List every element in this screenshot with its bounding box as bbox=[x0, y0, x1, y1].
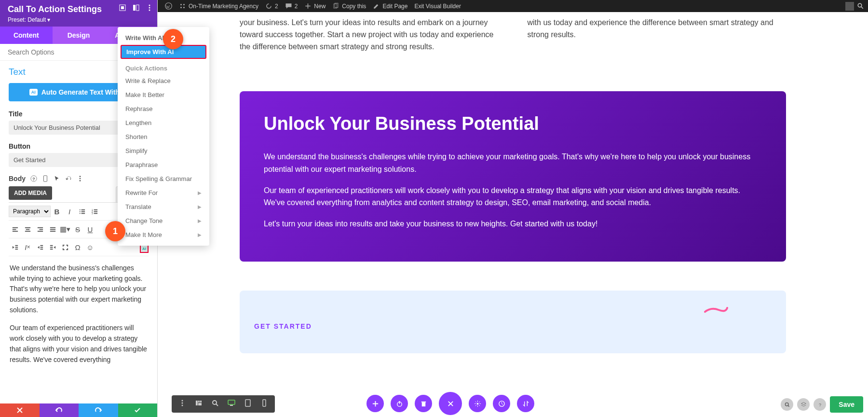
collapse-icon[interactable] bbox=[132, 4, 140, 12]
dd-paraphrase[interactable]: Paraphrase bbox=[118, 158, 209, 172]
svg-point-56 bbox=[182, 405, 183, 406]
exit-vb-link[interactable]: Exit Visual Builder bbox=[411, 0, 464, 12]
svg-rect-10 bbox=[133, 5, 136, 11]
svg-rect-43 bbox=[50, 229, 55, 230]
dd-shorten[interactable]: Shorten bbox=[118, 130, 209, 144]
comments-count[interactable]: 2 bbox=[282, 0, 301, 12]
close-button[interactable] bbox=[439, 392, 462, 415]
table-icon[interactable]: ▦▾ bbox=[59, 223, 71, 236]
svg-rect-51 bbox=[50, 245, 53, 246]
svg-rect-49 bbox=[40, 247, 43, 248]
tab-design[interactable]: Design bbox=[53, 27, 105, 44]
preset-selector[interactable]: Preset: Default ▾ bbox=[8, 16, 149, 23]
new-link[interactable]: New bbox=[301, 0, 329, 12]
edit-page-link[interactable]: Edit Page bbox=[369, 0, 411, 12]
help-icon[interactable]: ? bbox=[30, 175, 37, 182]
get-started-label[interactable]: GET STARTED bbox=[254, 322, 772, 330]
svg-rect-65 bbox=[263, 400, 266, 406]
svg-point-19 bbox=[80, 178, 81, 180]
panel-header: Call To Action Settings Preset: Default … bbox=[0, 0, 157, 27]
site-name[interactable]: On-Time Marketing Agency bbox=[176, 0, 262, 12]
italic-icon[interactable]: I bbox=[63, 205, 76, 218]
dd-write-replace[interactable]: Write & Replace bbox=[118, 74, 209, 88]
dd-rewrite-for[interactable]: Rewrite For▶ bbox=[118, 186, 209, 200]
question-grey-icon[interactable]: ? bbox=[814, 398, 826, 411]
dd-translate[interactable]: Translate▶ bbox=[118, 200, 209, 214]
cta-module[interactable]: Unlock Your Business Potential We unders… bbox=[240, 91, 786, 262]
snap-icon[interactable] bbox=[119, 4, 126, 12]
settings-button[interactable] bbox=[469, 395, 486, 412]
mobile-icon[interactable] bbox=[42, 175, 49, 182]
align-justify-icon[interactable] bbox=[46, 223, 59, 236]
history-button[interactable] bbox=[493, 395, 510, 412]
save-button[interactable]: Save bbox=[830, 396, 863, 413]
svg-text:3: 3 bbox=[91, 212, 93, 215]
refresh-count[interactable]: 2 bbox=[262, 0, 282, 12]
svg-rect-30 bbox=[94, 211, 97, 212]
align-center-icon[interactable] bbox=[21, 223, 34, 236]
svg-point-2 bbox=[183, 4, 185, 5]
undo-button[interactable] bbox=[40, 403, 79, 417]
kebab-icon[interactable] bbox=[77, 175, 83, 182]
svg-point-18 bbox=[80, 176, 81, 177]
wireframe-icon[interactable] bbox=[193, 398, 204, 410]
underline-icon[interactable]: U bbox=[84, 223, 96, 236]
undo-icon[interactable] bbox=[65, 175, 72, 182]
cancel-button[interactable] bbox=[0, 403, 40, 417]
outdent-icon[interactable] bbox=[9, 241, 21, 253]
redo-button[interactable] bbox=[79, 403, 118, 417]
fullscreen-icon[interactable] bbox=[59, 241, 71, 253]
dd-change-tone[interactable]: Change Tone▶ bbox=[118, 214, 209, 228]
zoom-icon[interactable] bbox=[209, 398, 221, 410]
cta-p3: Let's turn your ideas into results and t… bbox=[264, 218, 762, 230]
dd-simplify[interactable]: Simplify bbox=[118, 144, 209, 158]
omega-icon[interactable]: Ω bbox=[71, 241, 84, 253]
align-right-icon[interactable] bbox=[34, 223, 46, 236]
svg-point-54 bbox=[182, 400, 183, 402]
tablet-icon[interactable] bbox=[242, 398, 254, 410]
dd-make-better[interactable]: Make It Better bbox=[118, 88, 209, 102]
cursor-icon[interactable] bbox=[54, 175, 60, 182]
more-icon[interactable] bbox=[146, 4, 153, 12]
panel-footer bbox=[0, 403, 157, 417]
format-select[interactable]: Paragraph bbox=[9, 206, 51, 217]
cta-p2: Our team of experienced practitioners wi… bbox=[264, 184, 762, 209]
copy-link[interactable]: Copy this bbox=[329, 0, 369, 12]
svg-point-25 bbox=[79, 213, 80, 214]
emoji-icon[interactable]: ☺ bbox=[84, 241, 96, 253]
svg-rect-48 bbox=[40, 245, 43, 246]
dd-lengthen[interactable]: Lengthen bbox=[118, 116, 209, 130]
ol-icon[interactable]: 123 bbox=[88, 205, 101, 218]
dd-rephrase[interactable]: Rephrase bbox=[118, 102, 209, 116]
dd-improve[interactable]: Improve With AI bbox=[121, 45, 206, 59]
kebab-icon[interactable] bbox=[176, 398, 188, 410]
strike-icon[interactable]: S bbox=[71, 223, 84, 236]
dd-make-more[interactable]: Make It More▶ bbox=[118, 228, 209, 242]
body-editor[interactable]: We understand the business's challenges … bbox=[9, 256, 149, 379]
search-grey-icon[interactable] bbox=[781, 398, 793, 411]
tab-content[interactable]: Content bbox=[0, 27, 53, 44]
wp-logo[interactable] bbox=[162, 0, 176, 12]
dd-fix-spelling[interactable]: Fix Spelling & Grammar bbox=[118, 172, 209, 186]
apply-button[interactable] bbox=[118, 403, 158, 417]
layers-grey-icon[interactable] bbox=[797, 398, 810, 411]
phone-icon[interactable] bbox=[258, 398, 270, 410]
svg-rect-63 bbox=[230, 405, 233, 406]
save-bar: ? Save bbox=[781, 396, 863, 413]
indent2-icon[interactable] bbox=[46, 241, 59, 253]
ul-icon[interactable] bbox=[76, 205, 88, 218]
trash-button[interactable] bbox=[415, 395, 432, 412]
add-button[interactable] bbox=[366, 395, 384, 412]
search-icon[interactable] bbox=[857, 2, 864, 10]
svg-rect-69 bbox=[421, 401, 425, 402]
power-button[interactable] bbox=[391, 395, 408, 412]
desktop-icon[interactable] bbox=[226, 398, 237, 410]
clear-format-icon[interactable]: I× bbox=[21, 241, 34, 253]
indent-icon[interactable] bbox=[34, 241, 46, 253]
align-left-icon[interactable] bbox=[9, 223, 21, 236]
svg-rect-17 bbox=[44, 176, 47, 181]
swap-button[interactable] bbox=[517, 395, 534, 412]
user-avatar[interactable] bbox=[845, 2, 854, 11]
svg-rect-32 bbox=[94, 213, 97, 214]
bold-icon[interactable]: B bbox=[51, 205, 63, 218]
